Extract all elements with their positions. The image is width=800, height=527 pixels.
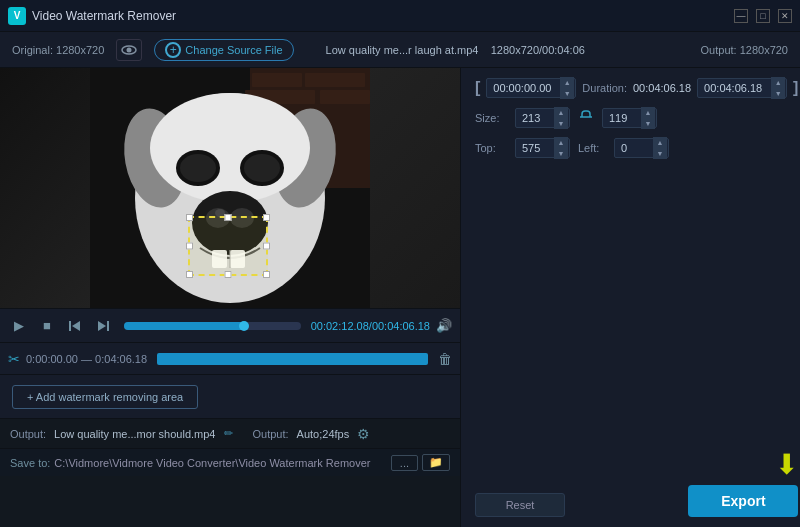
top-down[interactable]: ▼ [554, 148, 568, 159]
title-bar: V Video Watermark Remover — □ ✕ [0, 0, 800, 32]
export-section: ⬇ Export [688, 448, 798, 517]
resize-handle-br[interactable] [263, 271, 270, 278]
scissors-icon: ✂ [8, 351, 20, 367]
time-display: 00:02:12.08/00:04:06.18 [311, 320, 430, 332]
save-row: Save to: C:\Vidmore\Vidmore Video Conver… [0, 448, 460, 476]
svg-rect-5 [305, 73, 365, 87]
timeline-row: ✂ 0:00:00.00 — 0:04:06.18 🗑 [0, 342, 460, 374]
volume-icon[interactable]: 🔊 [436, 318, 452, 333]
video-panel: ▶ ■ 00:02:12.08/00:04:06.18 🔊 [0, 68, 460, 527]
delete-timeline-button[interactable]: 🗑 [438, 351, 452, 367]
eye-icon[interactable] [116, 39, 142, 61]
height-down[interactable]: ▼ [641, 118, 655, 129]
output-filename: Low quality me...mor should.mp4 [54, 428, 215, 440]
output-file-label: Output: [10, 428, 46, 440]
stop-button[interactable]: ■ [36, 315, 58, 337]
resize-handle-bm[interactable] [225, 271, 232, 278]
output-row: Output: Low quality me...mor should.mp4 … [0, 418, 460, 448]
left-up[interactable]: ▲ [653, 137, 667, 148]
progress-thumb [239, 321, 249, 331]
settings-icon[interactable]: ⚙ [357, 426, 370, 442]
close-button[interactable]: ✕ [778, 9, 792, 23]
window-controls: — □ ✕ [734, 9, 792, 23]
resize-handle-tl[interactable] [186, 214, 193, 221]
progress-track[interactable] [124, 322, 301, 330]
video-display [0, 68, 460, 308]
export-button[interactable]: Export [688, 485, 798, 517]
resize-handle-rm[interactable] [263, 243, 270, 250]
size-row: Size: ▲ ▼ ▲ [475, 108, 798, 128]
start-time-down[interactable]: ▼ [560, 88, 574, 99]
output-format-value: Auto;24fps [297, 428, 350, 440]
start-time-wrap: ▲ ▼ [486, 78, 576, 98]
top-label: Top: [475, 142, 507, 154]
save-path-value: C:\Vidmore\Vidmore Video Converter\Video… [54, 457, 370, 469]
change-source-button[interactable]: + Change Source File [154, 39, 293, 61]
right-bottom: Reset ⬇ Export [475, 168, 798, 517]
svg-point-11 [150, 93, 310, 203]
end-time-up[interactable]: ▲ [771, 77, 785, 88]
prev-frame-button[interactable] [64, 315, 86, 337]
download-arrow-icon: ⬇ [775, 448, 798, 481]
edit-filename-icon[interactable]: ✏ [224, 427, 233, 440]
play-button[interactable]: ▶ [8, 315, 30, 337]
width-up[interactable]: ▲ [554, 107, 568, 118]
svg-point-15 [244, 154, 280, 182]
video-placeholder [0, 68, 460, 308]
svg-rect-7 [320, 90, 370, 104]
add-watermark-button[interactable]: + Add watermark removing area [12, 385, 198, 409]
left-wrap: ▲ ▼ [614, 138, 669, 158]
more-options-button[interactable]: ... [391, 455, 418, 471]
reset-button[interactable]: Reset [475, 493, 565, 517]
bracket-open: [ [475, 79, 480, 97]
right-panel: [ ▲ ▼ Duration: 00:04:06.18 ▲ ▼ [460, 68, 800, 527]
resize-handle-tm[interactable] [225, 214, 232, 221]
output-size-label: Output: 1280x720 [701, 44, 788, 56]
left-label: Left: [578, 142, 606, 154]
duration-value: 00:04:06.18 [633, 82, 691, 94]
output-format-label: Output: [253, 428, 289, 440]
timeline-track[interactable] [157, 353, 428, 365]
time-range-row: [ ▲ ▼ Duration: 00:04:06.18 ▲ ▼ [475, 78, 798, 98]
link-proportions-icon[interactable] [578, 109, 594, 128]
timeline-time-range: 0:00:00.00 — 0:04:06.18 [26, 353, 147, 365]
width-down[interactable]: ▼ [554, 118, 568, 129]
svg-marker-26 [98, 321, 106, 331]
svg-rect-25 [107, 321, 109, 331]
progress-fill [124, 322, 244, 330]
add-watermark-row: + Add watermark removing area [0, 374, 460, 418]
resize-handle-tr[interactable] [263, 214, 270, 221]
svg-point-1 [127, 47, 132, 52]
svg-marker-24 [72, 321, 80, 331]
next-frame-button[interactable] [92, 315, 114, 337]
minimize-button[interactable]: — [734, 9, 748, 23]
watermark-selection-box[interactable] [188, 216, 268, 276]
duration-label: Duration: [582, 82, 627, 94]
svg-point-14 [180, 154, 216, 182]
browse-folder-button[interactable]: 📁 [422, 454, 450, 471]
playback-controls: ▶ ■ 00:02:12.08/00:04:06.18 🔊 [0, 308, 460, 342]
start-time-up[interactable]: ▲ [560, 77, 574, 88]
width-wrap: ▲ ▼ [515, 108, 570, 128]
size-label: Size: [475, 112, 507, 124]
left-down[interactable]: ▼ [653, 148, 667, 159]
bracket-close: ] [793, 79, 798, 97]
height-up[interactable]: ▲ [641, 107, 655, 118]
top-up[interactable]: ▲ [554, 137, 568, 148]
app-logo: V [8, 7, 26, 25]
app-title: Video Watermark Remover [32, 9, 176, 23]
resize-handle-bl[interactable] [186, 271, 193, 278]
top-bar: Original: 1280x720 + Change Source File … [0, 32, 800, 68]
maximize-button[interactable]: □ [756, 9, 770, 23]
svg-rect-23 [69, 321, 71, 331]
position-row: Top: ▲ ▼ Left: ▲ ▼ [475, 138, 798, 158]
plus-circle-icon: + [165, 42, 181, 58]
top-wrap: ▲ ▼ [515, 138, 570, 158]
svg-rect-4 [252, 73, 302, 87]
end-time-down[interactable]: ▼ [771, 88, 785, 99]
resize-handle-lm[interactable] [186, 243, 193, 250]
file-info: Low quality me...r laugh at.mp4 1280x720… [326, 44, 585, 56]
height-wrap: ▲ ▼ [602, 108, 657, 128]
export-row: Reset ⬇ Export [475, 448, 798, 517]
save-to-label: Save to: [10, 457, 50, 469]
